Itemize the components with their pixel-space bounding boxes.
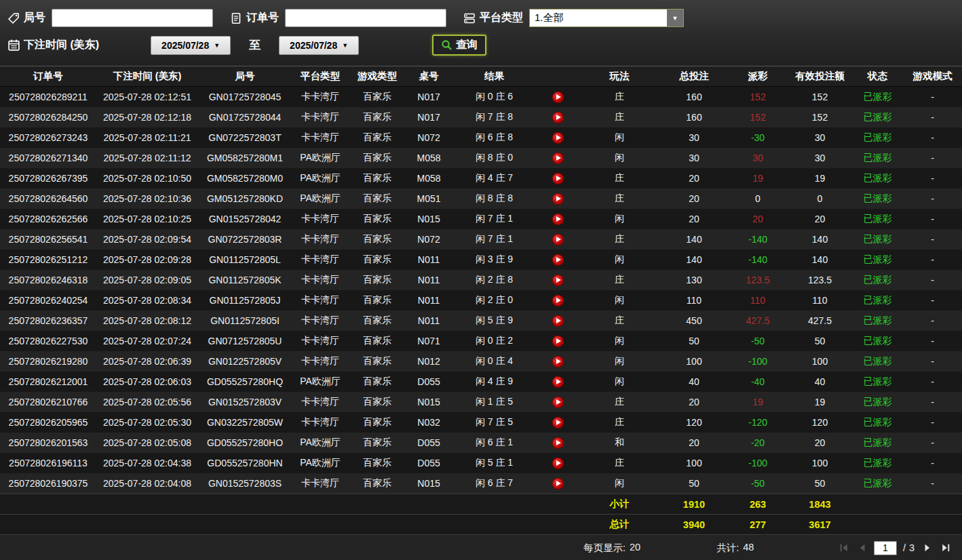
total-label: 总计 [579, 515, 660, 534]
cell-result: 闲 8 庄 8 [452, 188, 537, 209]
cell-status: 已派彩 [852, 392, 903, 412]
cell-game-type: 百家乐 [349, 148, 406, 168]
cell-payout: 20 [728, 209, 788, 229]
play-icon[interactable] [552, 478, 564, 489]
subtotal-row: 小计 1910 263 1843 [0, 494, 962, 514]
play-icon[interactable] [552, 234, 564, 245]
first-page-button[interactable] [837, 541, 851, 555]
table-row: 2507280261961132025-07-28 02:04:38GD0552… [0, 453, 962, 473]
cell-round-id: GN0712572805U [198, 331, 292, 351]
table-row: 2507280262512122025-07-28 02:09:28GN0112… [0, 249, 962, 270]
play-icon[interactable] [552, 315, 564, 327]
cell-status: 已派彩 [852, 107, 903, 127]
column-header-order-id: 订单号 [0, 66, 96, 86]
cell-status: 已派彩 [852, 270, 903, 290]
play-icon[interactable] [552, 458, 564, 469]
cell-total-bet: 130 [660, 270, 728, 290]
cell-payout: -140 [728, 229, 788, 249]
cell-play-type: 庄 [579, 107, 660, 127]
query-button[interactable]: 查询 [432, 35, 486, 56]
play-icon[interactable] [552, 153, 564, 164]
cell-play [537, 473, 579, 494]
last-page-button[interactable] [939, 541, 953, 555]
play-icon[interactable] [552, 437, 564, 449]
table-row: 2507280261903752025-07-28 02:04:08GN0152… [0, 473, 962, 494]
subtotal-label: 小计 [579, 494, 660, 514]
subtotal-total-bet: 1910 [660, 494, 728, 514]
cell-status: 已派彩 [852, 311, 903, 331]
cell-status: 已派彩 [852, 290, 903, 311]
cell-status: 已派彩 [852, 433, 903, 453]
cell-platform: 卡卡湾厅 [292, 249, 349, 270]
play-icon[interactable] [552, 397, 564, 408]
play-icon[interactable] [552, 254, 564, 266]
cell-status: 已派彩 [852, 453, 903, 473]
cell-table-no: D055 [406, 453, 452, 473]
cell-round-id: GN0152572803V [198, 392, 292, 412]
platform-list-icon [463, 12, 476, 25]
order-number-input[interactable] [285, 9, 446, 27]
play-icon[interactable] [552, 295, 564, 306]
play-icon[interactable] [552, 173, 564, 184]
cell-table-no: N015 [406, 209, 452, 229]
cell-platform: 卡卡湾厅 [292, 209, 349, 229]
cell-table-no: N071 [406, 331, 452, 351]
play-icon[interactable] [552, 132, 564, 144]
play-icon[interactable] [552, 92, 564, 103]
cell-valid-bet: 110 [788, 290, 852, 311]
cell-bet-time: 2025-07-28 02:11:21 [96, 127, 198, 148]
table-row: 2507280262892112025-07-28 02:12:51GN0172… [0, 87, 962, 107]
cell-platform: PA欧洲厅 [292, 148, 349, 168]
play-icon[interactable] [552, 112, 564, 123]
cell-table-no: N072 [406, 229, 452, 249]
next-page-button[interactable] [921, 541, 934, 555]
cell-result: 闲 4 庄 7 [452, 168, 537, 188]
cell-mode: - [903, 433, 962, 453]
platform-type-label: 平台类型 [480, 11, 523, 25]
cell-play-type: 庄 [579, 311, 660, 331]
cell-play-type: 闲 [579, 331, 660, 351]
cell-play [537, 453, 579, 473]
play-icon[interactable] [552, 376, 564, 388]
cell-round-id: GM058257280M1 [198, 148, 292, 168]
play-icon[interactable] [552, 336, 564, 347]
cell-order-id: 250728026205965 [0, 412, 96, 433]
cell-valid-bet: 100 [788, 453, 852, 473]
cell-platform: PA欧洲厅 [292, 453, 349, 473]
play-icon[interactable] [552, 417, 564, 428]
play-icon[interactable] [552, 193, 564, 205]
calendar-icon [7, 39, 20, 52]
total-count-value: 48 [743, 542, 754, 555]
cell-platform: PA欧洲厅 [292, 433, 349, 453]
page-number-input[interactable] [874, 541, 897, 555]
cell-total-bet: 100 [660, 351, 728, 372]
total-payout: 277 [728, 515, 788, 534]
column-header-table-no: 桌号 [406, 66, 452, 86]
column-header-play-type: 玩法 [579, 66, 660, 86]
play-icon[interactable] [552, 275, 564, 286]
cell-mode: - [903, 249, 962, 270]
cell-valid-bet: 50 [788, 473, 852, 494]
cell-status: 已派彩 [852, 351, 903, 372]
cell-play-type: 庄 [579, 412, 660, 433]
cell-bet-time: 2025-07-28 02:08:12 [96, 311, 198, 331]
play-icon[interactable] [552, 356, 564, 367]
cell-total-bet: 110 [660, 290, 728, 311]
cell-table-no: N015 [406, 392, 452, 412]
cell-play [537, 433, 579, 453]
cell-payout: -50 [728, 331, 788, 351]
play-icon[interactable] [552, 214, 564, 225]
platform-select[interactable]: 1.全部 ▼ [529, 9, 684, 27]
cell-mode: - [903, 270, 962, 290]
cell-payout: 152 [728, 87, 788, 107]
date-from-picker[interactable]: 2025/07/28 ▼ [151, 36, 231, 55]
column-header-valid-bet: 有效投注额 [788, 66, 852, 86]
cell-round-id: GN01725728044 [198, 107, 292, 127]
cell-mode: - [903, 127, 962, 148]
column-header-game-type: 游戏类型 [349, 66, 406, 86]
cell-result: 闲 6 庄 7 [452, 473, 537, 494]
cell-round-id: GD055257280HQ [198, 372, 292, 392]
prev-page-button[interactable] [855, 541, 869, 555]
round-number-input[interactable] [52, 9, 213, 27]
date-to-picker[interactable]: 2025/07/28 ▼ [279, 36, 359, 55]
